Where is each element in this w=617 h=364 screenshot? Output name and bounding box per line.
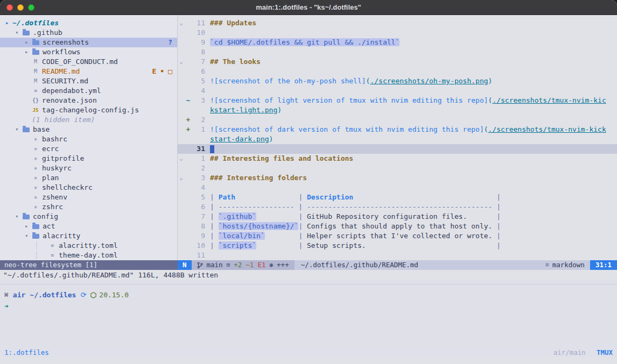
- seg-t: Configs that should apply to that host o…: [307, 222, 496, 230]
- tree-item-label: act: [43, 222, 55, 231]
- line-text: | ------------------ | -----------------…: [210, 202, 608, 212]
- status-badge: □: [168, 67, 172, 76]
- tree-item-badges: ?: [168, 38, 177, 47]
- tree-item-tag-changelog-config.js[interactable]: JStag-changelog-config.js: [0, 105, 177, 115]
- tree-item-alacritty.toml[interactable]: │ ≡alacritty.toml: [0, 241, 177, 251]
- seg-h: ## Interesting files and locations: [210, 154, 353, 162]
- editor-line-9[interactable]: 9`cd $HOME/.dotfiles && git pull && ./in…: [178, 38, 617, 47]
- editor-line-1[interactable]: +1![screenshot of dark version of tmux w…: [178, 125, 617, 144]
- seg-p: |: [210, 212, 219, 220]
- fold-icon: [178, 192, 185, 202]
- editor-line-1[interactable]: ⌄ 1## Interesting files and locations: [178, 154, 617, 163]
- tree-item-shellcheckrc[interactable]: ∗shellcheckrc: [0, 183, 177, 192]
- editor-line-7[interactable]: ⌄ 7## The looks: [178, 57, 617, 67]
- tree-item-alacritty[interactable]: ▾alacritty: [0, 231, 177, 241]
- tree-item-workflows[interactable]: ▸workflows: [0, 47, 177, 57]
- tree-item-zshrc[interactable]: ∗zshrc: [0, 202, 177, 212]
- seg-t: Helper scripts that I've collected or wr…: [307, 232, 496, 240]
- gutter: 9: [178, 38, 210, 47]
- editor-line-10[interactable]: 10| `scripts` | Setup scripts. |: [178, 241, 617, 251]
- line-number: 1: [192, 154, 210, 163]
- tree-item-act[interactable]: ▸act: [0, 222, 177, 231]
- git-sign: [185, 192, 192, 202]
- tree-item-config[interactable]: ▾config: [0, 212, 177, 222]
- tree-item-gitprofile[interactable]: ∗gitprofile: [0, 154, 177, 163]
- editor-line-4[interactable]: 4: [178, 183, 617, 192]
- seg-t: GitHub Repository configuration files.: [307, 212, 496, 220]
- gutter: +1: [178, 125, 210, 144]
- tree-item-(1 hidden item)[interactable]: (1 hidden item): [0, 115, 177, 125]
- gutter: 8: [178, 47, 210, 57]
- shell-icon: ∗: [32, 173, 39, 183]
- editor-line-7[interactable]: 7| `.github` | GitHub Repository configu…: [178, 212, 617, 222]
- folder-icon: [32, 40, 39, 45]
- tree-item-base[interactable]: ▾base: [0, 125, 177, 134]
- zoom-button[interactable]: [28, 4, 34, 11]
- markdown-icon: M: [32, 57, 39, 67]
- editor-line-8[interactable]: 8: [178, 47, 617, 57]
- tree-item-SECURITY.md[interactable]: MSECURITY.md: [0, 76, 177, 86]
- gutter: +2: [178, 115, 210, 125]
- chevron-icon: [25, 115, 32, 125]
- tree-item-label: workflows: [43, 47, 80, 57]
- tree-item-theme-day.toml[interactable]: │ ≡theme-day.toml: [0, 251, 177, 260]
- tree-item-CODE_OF_CONDUCT.md[interactable]: MCODE_OF_CONDUCT.md: [0, 57, 177, 67]
- line-number: 6: [192, 67, 210, 76]
- cursor-position: 31:1: [590, 260, 617, 270]
- fold-icon: [178, 212, 185, 222]
- tree-item-bashrc[interactable]: ∗bashrc: [0, 134, 177, 144]
- close-button[interactable]: [6, 4, 13, 11]
- tree-item-plan[interactable]: ∗plan: [0, 173, 177, 183]
- tree-item-.github[interactable]: ▾.github: [0, 28, 177, 38]
- git-sign: [185, 183, 192, 192]
- editor-line-2[interactable]: +2: [178, 115, 617, 125]
- seg-t: [256, 212, 298, 220]
- tree-item-ecrc[interactable]: ∗ecrc: [0, 144, 177, 154]
- line-text: | `hosts/{hostname}/`| Configs that shou…: [210, 222, 608, 231]
- seg-code: `local/bin`: [219, 232, 265, 240]
- tree-item-screenshots[interactable]: ▸screenshots?: [0, 38, 177, 47]
- editor-line-8[interactable]: 8| `hosts/{hostname}/`| Configs that sho…: [178, 222, 617, 231]
- editor-line-11[interactable]: ⌄ 11### Updates: [178, 18, 617, 28]
- tree-item-huskyrc[interactable]: ∗huskyrc: [0, 163, 177, 173]
- editor-line-6[interactable]: 6| ------------------ | ----------------…: [178, 202, 617, 212]
- line-text: [210, 67, 608, 76]
- editor-line-5[interactable]: 5| Path | Description |: [178, 192, 617, 202]
- editor-line-10[interactable]: 10: [178, 28, 617, 38]
- seg-t: [235, 193, 298, 201]
- tree-item-~/.dotfiles[interactable]: ▸~/.dotfiles: [0, 18, 177, 28]
- seg-h: ## The looks: [210, 58, 261, 66]
- fold-icon: ⌄: [178, 18, 185, 28]
- seg-p: |: [298, 241, 307, 249]
- editor-line-9[interactable]: 9| `local/bin` | Helper scripts that I'v…: [178, 231, 617, 241]
- editor-line-6[interactable]: 6: [178, 67, 617, 76]
- tree-item-README.md[interactable]: MREADME.mdE•□: [0, 67, 177, 76]
- tree-item-renovate.json[interactable]: {}renovate.json: [0, 96, 177, 105]
- line-text: [210, 115, 608, 125]
- editor-line-3[interactable]: ~3![screenshot of light version of tmux …: [178, 96, 617, 115]
- tree-item-zshenv[interactable]: ∗zshenv: [0, 192, 177, 202]
- editor-line-31[interactable]: 31: [178, 144, 617, 154]
- editor-line-11[interactable]: 11: [178, 251, 617, 260]
- editor-line-5[interactable]: 5![screenshot of the oh-my-posh shell](.…: [178, 76, 617, 86]
- tree-item-dependabot.yml[interactable]: ≡dependabot.yml: [0, 86, 177, 96]
- seg-link: ![screenshot of the oh-my-posh shell]: [210, 77, 366, 85]
- tree-item-label: (1 hidden item): [32, 115, 95, 125]
- line-number: 5: [192, 192, 210, 202]
- tmux-window-label[interactable]: 1:.dotfiles: [4, 348, 49, 358]
- editor-line-3[interactable]: ⌄ 3### Interesting folders: [178, 173, 617, 183]
- editor-line-4[interactable]: 4: [178, 86, 617, 96]
- folder-icon: [23, 127, 30, 132]
- folder-icon: [23, 31, 30, 35]
- seg-p: |: [496, 212, 501, 220]
- tree-item-label: alacritty.toml: [59, 241, 118, 251]
- status-badge: E: [152, 67, 157, 76]
- titlebar: main:1:.dotfiles - "ks~/.dotfiles": [0, 0, 617, 15]
- editor-line-2[interactable]: 2: [178, 163, 617, 173]
- minimize-button[interactable]: [17, 4, 24, 11]
- line-text: [210, 28, 608, 38]
- status-badge: ?: [168, 38, 172, 47]
- line-text: ![screenshot of dark version of tmux wit…: [210, 125, 608, 144]
- prompt-arrow[interactable]: ➜: [0, 301, 617, 311]
- indent-guide: │: [34, 241, 41, 251]
